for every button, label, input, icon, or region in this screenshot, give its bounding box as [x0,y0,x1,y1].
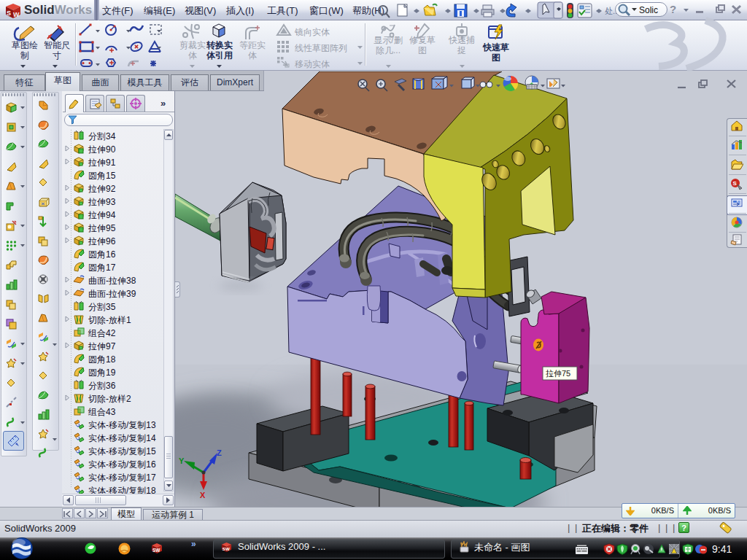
svg-text:X: X [200,491,206,499]
svg-text:SW: SW [222,546,230,551]
svg-text:Z: Z [217,448,222,457]
svg-text:Y: Y [179,456,185,465]
svg-text:拉伸75: 拉伸75 [546,369,570,378]
svg-text:SW: SW [152,548,160,553]
svg-text:S: S [733,180,738,187]
